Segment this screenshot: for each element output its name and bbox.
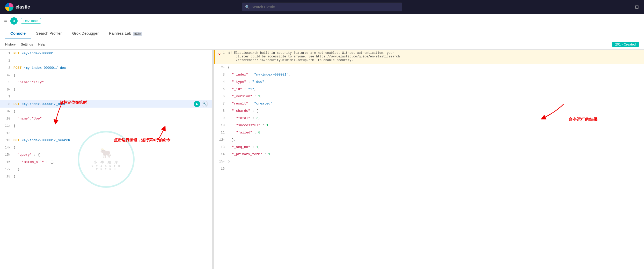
result-line-7: 7 "result" : "created", [214,100,644,107]
result-line-number: 4 [216,80,225,84]
result-line-content: "successful" : 1, [228,123,270,127]
code-line-5[interactable]: 5 "name":"Lily" [0,79,212,86]
top-navigation: elastic 🔍 ⊡ [0,0,644,14]
elastic-logo-text: elastic [16,4,30,10]
result-line-3: 3 "_index" : "my-index-000001", [214,71,644,78]
elastic-logo-circle [5,3,13,11]
run-button[interactable]: ▶ [194,101,200,107]
code-line-7[interactable]: 7 [0,93,212,100]
line-number: 9▾ [2,109,10,113]
tab-painless-lab[interactable]: Painless LabBETA [104,28,148,39]
code-line-2[interactable]: 2 [0,57,212,64]
result-line-number: 14 [216,152,225,156]
code-line-8[interactable]: 8 PUT /my-index-000001/_doc/1 ▶ 🔧 [0,100,212,108]
main-content: 1 PUT /my-index-000001 2 3 POST /my-inde… [0,50,644,269]
line-number: 6▾ [2,88,10,92]
code-content: PUT /my-index-000001 [13,51,54,55]
result-line-8: 8 "_shards" : { [214,107,644,114]
beta-badge: BETA [133,32,142,36]
code-line-6[interactable]: 6▾ } [0,86,212,93]
line-number: 14▾ [2,146,10,150]
tab-navigation: Console Search Profiler Grok Debugger Pa… [0,28,644,39]
code-line-17[interactable]: 17▾ } [0,166,212,173]
tab-grok-debugger[interactable]: Grok Debugger [67,28,104,39]
result-line-number: 15▾ [216,160,225,163]
warning-text: 1 #! Elasticsearch built-in security fea… [223,51,400,62]
panel-divider[interactable]: ‥ [212,50,214,269]
history-button[interactable]: History [5,42,16,46]
elastic-logo[interactable]: elastic [5,3,30,11]
line-number: 10 [2,117,10,121]
line-number: 7 [2,95,10,99]
code-content: } [13,124,16,128]
line-number: 2 [2,59,10,63]
hamburger-menu-icon[interactable]: ≡ [4,18,7,24]
user-avatar[interactable]: D [10,17,18,25]
result-line-content: }, [232,138,236,142]
line-number: 18 [2,175,10,178]
code-line-9[interactable]: 9▾ { [0,108,212,115]
result-line-number: 7 [216,102,225,106]
editor-panel[interactable]: 1 PUT /my-index-000001 2 3 POST /my-inde… [0,50,212,269]
result-line-2: 2▾ { [214,64,644,71]
code-content: { [13,73,16,77]
code-content: { [13,109,16,113]
code-content: GET /my-index-000001/_search [13,138,70,142]
code-line-16[interactable]: 16 "match_all" : {} [0,158,212,166]
result-line-number: 3 [216,73,225,77]
code-line-3[interactable]: 3 POST /my-index-000001/_doc [0,64,212,71]
result-line-12: 12▾ }, [214,136,644,143]
result-line-number: 8 [216,109,225,113]
code-line-14[interactable]: 14▾ { [0,144,212,151]
code-line-13[interactable]: 13 GET /my-index-000001/_search [0,137,212,144]
result-line-number: 2▾ [216,65,225,69]
line-number: 4▾ [2,73,10,77]
toolbar: History Settings Help 201 - Created [0,39,644,50]
line-number: 1 [2,51,10,55]
code-line-4[interactable]: 4▾ { [0,71,212,79]
global-search-bar[interactable]: 🔍 [242,3,402,11]
result-line-4: 4 "_type" : "_doc", [214,78,644,85]
result-line-number: 11 [216,131,225,134]
result-line-number: 13 [216,145,225,149]
warning-bar: ✕ 1 #! Elasticsearch built-in security f… [214,50,644,64]
result-line-content: "failed" : 0 [228,131,260,134]
code-content: "query" : { [13,153,40,157]
dev-tools-badge[interactable]: Dev Tools [21,18,41,24]
help-button[interactable]: Help [38,42,45,46]
code-content: } [18,167,20,171]
code-line-15[interactable]: 15▾ "query" : { [0,151,212,158]
settings-wrench-button[interactable]: 🔧 [202,101,208,107]
tab-search-profiler[interactable]: Search Profiler [31,28,67,39]
code-line-11[interactable]: 11▾ } [0,122,212,129]
code-content: { [13,146,16,150]
tab-console[interactable]: Console [5,28,31,39]
code-line-12[interactable]: 12 [0,129,212,137]
code-line-1[interactable]: 1 PUT /my-index-000001 [0,50,212,57]
line-number: 12 [2,131,10,135]
result-line-content: "_version" : 1, [228,94,262,98]
code-content: PUT /my-index-000001/_doc/1 [13,102,68,106]
settings-icon[interactable]: ⊡ [635,4,639,10]
result-line-content: "total" : 2, [228,116,260,120]
result-line-13: 13 "_seq_no" : 1, [214,143,644,151]
second-navigation: ≡ D Dev Tools [0,14,644,28]
result-line-number: 10 [216,123,225,127]
result-line-number: 16 [216,167,225,171]
result-line-9: 9 "total" : 2, [214,114,644,122]
code-line-10[interactable]: 10 "name":"Joe" [0,115,212,122]
code-line-18[interactable]: 18 } [0,173,212,180]
result-line-content: "_seq_no" : 1, [228,145,260,149]
search-input[interactable] [252,5,399,9]
result-line-11: 11 "failed" : 0 [214,129,644,136]
line-number: 3 [2,66,10,70]
code-content: } [13,88,16,92]
result-panel: ✕ 1 #! Elasticsearch built-in security f… [214,50,644,269]
status-badge: 201 - Created [612,42,639,47]
close-warning-button[interactable]: ✕ [218,52,221,57]
line-number: 11▾ [2,124,10,128]
settings-button[interactable]: Settings [21,42,33,46]
line-number: 8 [2,102,10,106]
line-number: 13 [2,138,10,142]
result-line-15: 15▾ } [214,158,644,165]
